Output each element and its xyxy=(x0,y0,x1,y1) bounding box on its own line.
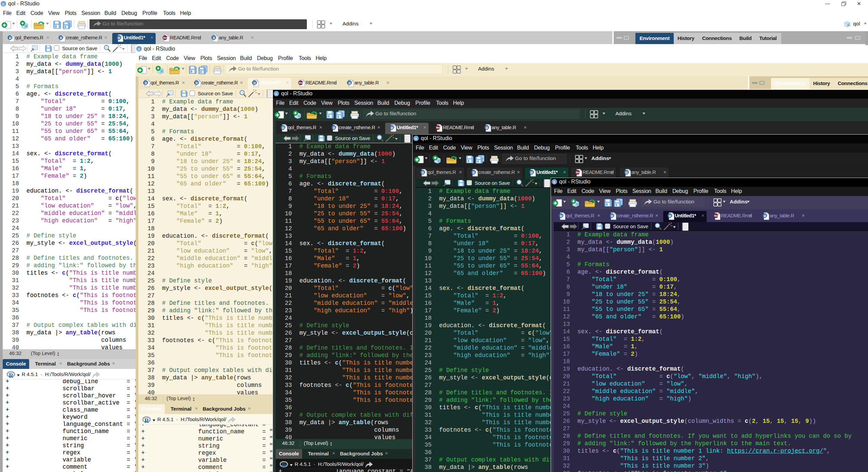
svg-text:R: R xyxy=(60,35,63,40)
svg-text:R: R xyxy=(486,125,489,130)
svg-text:R: R xyxy=(2,2,5,6)
svg-text:R: R xyxy=(472,170,475,175)
svg-text:R: R xyxy=(415,137,417,141)
svg-text:R: R xyxy=(195,80,198,85)
svg-text:R: R xyxy=(118,35,121,40)
svg-text:R: R xyxy=(9,372,14,379)
svg-text:R: R xyxy=(333,125,336,130)
svg-text:R: R xyxy=(611,213,614,218)
svg-text:R: R xyxy=(848,23,850,27)
svg-text:R: R xyxy=(253,80,256,85)
svg-text:R: R xyxy=(282,125,285,130)
svg-text:R: R xyxy=(25,24,28,28)
svg-text:R: R xyxy=(764,213,767,218)
svg-text:Rmd: Rmd xyxy=(436,126,441,129)
svg-text:R: R xyxy=(560,213,563,218)
svg-text:Rmd: Rmd xyxy=(163,36,168,39)
svg-text:R: R xyxy=(530,170,533,175)
svg-text:R: R xyxy=(213,35,216,40)
svg-text:Rmd: Rmd xyxy=(299,81,304,84)
svg-text:R: R xyxy=(669,213,672,218)
svg-text:R: R xyxy=(9,35,12,40)
svg-text:R: R xyxy=(348,80,351,85)
svg-text:R: R xyxy=(421,170,425,175)
svg-text:R: R xyxy=(625,170,628,175)
svg-text:R: R xyxy=(553,180,556,184)
svg-text:R: R xyxy=(275,92,278,96)
svg-text:R: R xyxy=(282,462,287,469)
svg-text:R: R xyxy=(391,125,394,130)
svg-text:Rmd: Rmd xyxy=(714,214,719,217)
svg-text:Rmd: Rmd xyxy=(576,171,581,173)
svg-text:R: R xyxy=(298,114,301,118)
svg-text:R: R xyxy=(138,47,140,51)
svg-text:R: R xyxy=(438,159,440,163)
svg-text:R: R xyxy=(161,69,163,73)
svg-text:R: R xyxy=(144,417,149,424)
svg-text:R: R xyxy=(144,80,147,85)
svg-text:R: R xyxy=(576,202,579,206)
